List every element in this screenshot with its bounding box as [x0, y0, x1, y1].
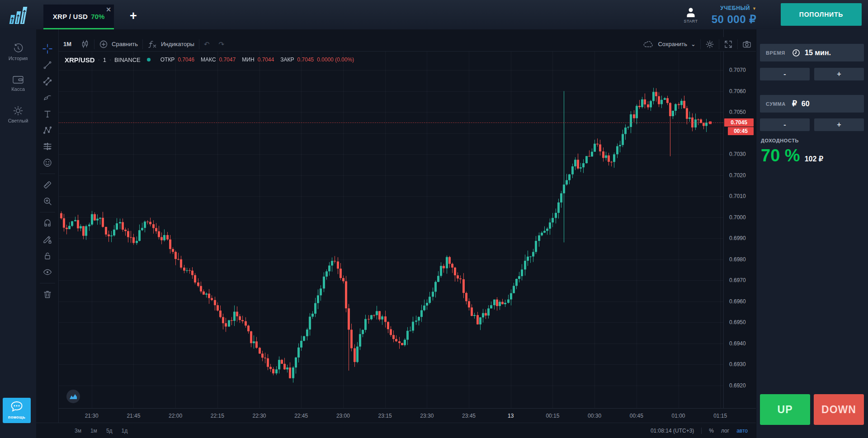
sidebar-item-label: История	[0, 56, 36, 61]
chat-bubble-icon	[10, 401, 24, 413]
chevron-down-icon: ▼	[752, 6, 756, 11]
log-scale-button[interactable]: лог	[721, 428, 729, 434]
payout-percent: 70 %	[761, 146, 800, 165]
price-axis-tick: 0.7030	[729, 151, 746, 157]
legend-symbol[interactable]: XRP/USD	[65, 56, 95, 64]
current-price-tag: 0.7045	[724, 118, 754, 127]
price-axis-tick: 0.6970	[729, 277, 746, 283]
chart-watermark-button[interactable]	[66, 390, 80, 403]
left-sidebar: История Касса Светлый по	[0, 29, 36, 438]
time-axis-tick: 22:00	[165, 413, 185, 419]
trend-line-tool-button[interactable]	[40, 57, 55, 73]
payout-amount: 102 ₽	[805, 155, 823, 163]
save-label: Сохранить	[658, 41, 687, 47]
header-bar: XRP / USD 70% ✕ + START УЧЕБНЫЙ▼ 50 000 …	[0, 0, 868, 29]
price-axis-tick: 0.6980	[729, 256, 746, 263]
range-button[interactable]: 1д	[122, 428, 128, 434]
countdown-tag: 00:45	[728, 127, 754, 135]
range-button[interactable]: 5д	[106, 428, 113, 434]
close-tab-icon[interactable]: ✕	[104, 5, 113, 14]
magnet-tool-button[interactable]	[40, 215, 55, 231]
time-axis-tick: 00:30	[585, 413, 604, 419]
forecast-tool-button[interactable]	[40, 138, 55, 155]
legend-separator: ·	[98, 57, 100, 63]
price-axis-tick: 0.6990	[729, 235, 746, 241]
legend-exchange: BINANCE	[114, 57, 141, 63]
compare-button[interactable]: Сравнить	[94, 37, 142, 52]
mountain-chart-icon	[69, 393, 77, 400]
drawing-mode-tool-button[interactable]	[40, 231, 55, 248]
ruler-tool-button[interactable]	[40, 177, 55, 193]
price-axis-tick: 0.6920	[729, 382, 746, 389]
deposit-button[interactable]: ПОПОЛНИТЬ	[781, 3, 862, 26]
percent-scale-button[interactable]: %	[709, 428, 714, 434]
legend-separator: ·	[109, 57, 111, 63]
chart-style-button[interactable]	[76, 37, 94, 52]
pattern-tool-button[interactable]	[40, 122, 55, 138]
time-minus-button[interactable]: -	[760, 68, 810, 80]
price-axis-tick: 0.7050	[729, 109, 746, 115]
time-axis-tick: 23:00	[333, 413, 353, 419]
indicators-button[interactable]: Индикаторы	[143, 37, 199, 52]
down-button[interactable]: DOWN	[814, 394, 864, 425]
high-label: МАКС	[201, 57, 216, 63]
time-plus-button[interactable]: +	[814, 68, 864, 80]
sidebar-item-theme[interactable]: Светлый	[0, 105, 36, 123]
time-field[interactable]: ВРЕМЯ 15 мин.	[760, 44, 864, 61]
screenshot-button[interactable]	[738, 37, 756, 52]
up-button[interactable]: UP	[760, 394, 810, 425]
crosshair-tool-button[interactable]	[40, 41, 55, 57]
sun-icon	[13, 105, 24, 116]
gann-fib-tool-button[interactable]	[40, 73, 55, 89]
sidebar-item-cashier[interactable]: Касса	[0, 75, 36, 92]
price-axis-tick: 0.7020	[729, 172, 746, 179]
amount-minus-button[interactable]: -	[760, 118, 810, 131]
asset-tab[interactable]: XRP / USD 70%	[43, 5, 114, 29]
amount-field[interactable]: СУММА ₽ 60	[760, 95, 864, 113]
price-axis-tick: 0.6960	[729, 298, 746, 305]
payout-row: 70 % 102 ₽	[761, 146, 823, 165]
help-button[interactable]: помощь	[3, 398, 31, 423]
fullscreen-button[interactable]	[719, 37, 737, 52]
save-layout-button[interactable]: Сохранить ⌄	[639, 37, 700, 52]
chart-legend: XRP/USD · 1 · BINANCE ОТКР0.7046 МАКС0.7…	[65, 55, 354, 64]
legend-interval: 1	[103, 57, 106, 63]
amount-plus-button[interactable]: +	[814, 118, 864, 131]
lock-all-tool-button[interactable]	[40, 248, 55, 264]
candlestick-canvas[interactable]	[59, 29, 723, 408]
hide-all-tool-button[interactable]	[40, 264, 55, 280]
price-axis-tick: 0.6940	[729, 340, 746, 347]
remove-drawings-tool-button[interactable]	[40, 286, 55, 302]
price-axis-tick: 0.6930	[729, 361, 746, 367]
chart-settings-button[interactable]	[701, 37, 719, 52]
high-value: 0.7047	[219, 57, 236, 63]
time-field-value: 15 мин.	[805, 49, 831, 57]
compare-label: Сравнить	[112, 41, 138, 47]
undo-button[interactable]: ↶	[199, 37, 214, 52]
time-axis[interactable]: 21:1521:3021:4522:0022:1522:3022:4523:00…	[36, 408, 756, 423]
price-axis[interactable]: 0.70700.70600.70500.70300.70200.70100.70…	[723, 29, 756, 408]
account-switcher[interactable]: УЧЕБНЫЙ▼ 50 000 ₽	[665, 4, 756, 26]
interval-button[interactable]: 1М	[59, 37, 76, 52]
time-axis-tick: 22:15	[208, 413, 227, 419]
change-value: 0.0000 (0.00%)	[317, 57, 354, 63]
divider	[701, 428, 702, 434]
price-axis-tick: 0.7010	[729, 193, 746, 199]
chart-region: 1М Сравнить Индикаторы ↶ ↷	[36, 29, 756, 438]
auto-scale-button[interactable]: авто	[736, 428, 748, 434]
time-axis-tick: 01:15	[710, 413, 730, 419]
sidebar-item-history[interactable]: История	[0, 43, 36, 61]
clock-utc[interactable]: 01:08:14 (UTC+3)	[651, 428, 694, 434]
redo-button[interactable]: ↷	[214, 37, 229, 52]
text-tool-button[interactable]	[40, 106, 55, 122]
range-button[interactable]: 3м	[75, 428, 81, 434]
zoom-in-tool-button[interactable]	[40, 193, 55, 209]
time-axis-tick: 22:30	[250, 413, 269, 419]
toolbar-separator	[40, 283, 55, 283]
add-tab-button[interactable]: +	[127, 10, 140, 23]
brush-tool-button[interactable]	[40, 89, 55, 106]
time-axis-tick: 21:45	[123, 413, 143, 419]
range-button[interactable]: 1м	[90, 428, 97, 434]
emoji-tool-button[interactable]	[40, 155, 55, 171]
time-axis-tick: 00:15	[542, 413, 562, 419]
